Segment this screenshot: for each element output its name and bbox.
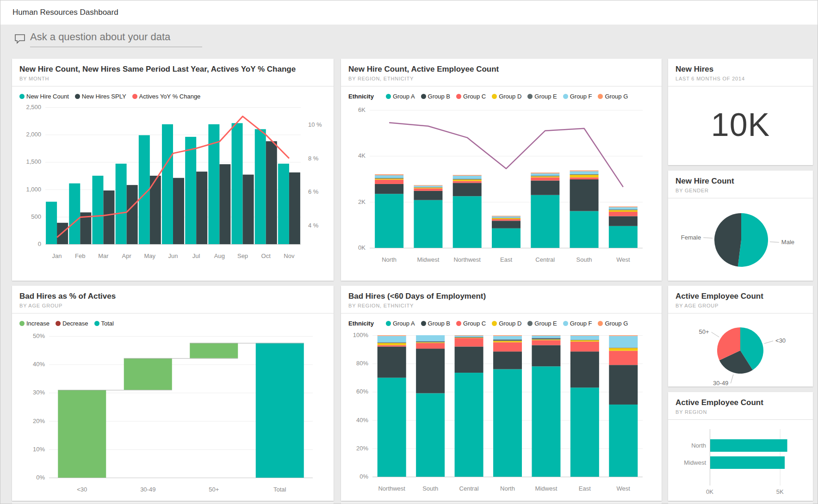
svg-text:<30: <30 (775, 337, 786, 344)
legend-item: Group E (527, 93, 557, 100)
legend-dot (563, 321, 568, 326)
svg-text:Jan: Jan (52, 252, 62, 259)
legend-title: Ethnicity (348, 320, 374, 327)
legend-dot (421, 94, 426, 99)
tile-title: New Hire Count (675, 177, 806, 186)
legend-dot (56, 321, 61, 326)
legend-dot (94, 321, 99, 326)
tile-subtitle: BY REGION, ETHNICITY (348, 76, 654, 81)
svg-text:5K: 5K (776, 488, 784, 495)
svg-text:Northwest: Northwest (378, 485, 405, 492)
legend-item: Group A (386, 320, 415, 327)
legend-item: Group G (598, 93, 628, 100)
svg-text:West: West (616, 256, 630, 263)
legend-item: Increase (19, 320, 50, 327)
legend-dot (386, 321, 391, 326)
tile-subtitle: LAST 6 MONTHS OF 2014 (675, 76, 806, 81)
tile-new-hire-count-by-month[interactable]: New Hire Count, New Hires Same Period La… (12, 59, 334, 281)
qna-input[interactable]: Ask a question about your data (30, 31, 202, 47)
tile-subtitle: BY REGION (675, 409, 806, 415)
svg-text:2K: 2K (358, 198, 366, 205)
combo-chart: 05001,0001,5002,0002,5004 %6 %8 %10 %Jan… (19, 100, 326, 266)
legend-dot (598, 94, 603, 99)
tile-bad-hires-pct-of-actives[interactable]: Bad Hires as % of Actives BY AGE GROUP I… (12, 286, 334, 501)
svg-text:Midwest: Midwest (684, 459, 706, 466)
svg-text:Nov: Nov (284, 252, 295, 259)
svg-text:40%: 40% (356, 417, 368, 424)
qna-bar: Ask a question about your data (14, 31, 202, 47)
svg-text:Sep: Sep (237, 252, 248, 259)
svg-text:Feb: Feb (75, 252, 85, 259)
tile-active-employee-count-by-age[interactable]: Active Employee Count BY AGE GROUP <3030… (668, 286, 813, 387)
legend-item: Group D (492, 93, 521, 100)
legend-dot (563, 94, 568, 99)
legend-item: Group C (456, 320, 486, 327)
legend-item: New Hires SPLY (75, 93, 126, 100)
svg-text:Midwest: Midwest (535, 485, 558, 492)
svg-text:Mar: Mar (98, 252, 109, 259)
gender-pie-chart: MaleFemale (675, 202, 806, 280)
legend-dot (527, 94, 533, 99)
legend-item: Group B (421, 320, 450, 327)
legend-dot (456, 321, 461, 326)
svg-text:30%: 30% (33, 389, 45, 396)
svg-text:Apr: Apr (122, 252, 132, 259)
svg-text:1,000: 1,000 (26, 186, 41, 193)
tile-subtitle: BY MONTH (19, 76, 326, 81)
legend-dot (19, 321, 25, 326)
tile-active-employee-count-by-region[interactable]: Active Employee Count BY REGION 0K5KNort… (668, 392, 813, 501)
svg-text:4 %: 4 % (308, 222, 319, 229)
svg-text:80%: 80% (356, 360, 368, 367)
tile-title: Bad Hires (<60 Days of Employment) (348, 292, 654, 301)
legend-item: Group A (386, 93, 415, 100)
svg-text:Female: Female (681, 234, 701, 241)
svg-text:Central: Central (459, 485, 479, 492)
svg-text:0K: 0K (358, 244, 366, 251)
svg-text:East: East (500, 256, 512, 263)
tile-new-hire-count-by-region-ethnicity[interactable]: New Hire Count, Active Employee Count BY… (341, 59, 662, 281)
svg-text:50+: 50+ (209, 486, 219, 493)
svg-text:30-49: 30-49 (140, 486, 155, 493)
legend-item: New Hire Count (19, 93, 69, 100)
svg-text:30-49: 30-49 (713, 380, 728, 387)
stacked-bar-line-chart: 0K2K4K6KNorthMidwestNorthwestEastCentral… (348, 100, 654, 272)
page-title: Human Resources Dashboard (12, 8, 118, 17)
legend: IncreaseDecreaseTotal (19, 320, 326, 327)
tile-new-hire-count-by-gender[interactable]: New Hire Count BY GENDER MaleFemale (668, 171, 813, 281)
tile-title: New Hire Count, Active Employee Count (348, 65, 654, 74)
legend-dot (456, 94, 461, 99)
legend-dot (386, 94, 391, 99)
legend-item: Group C (456, 93, 486, 100)
svg-text:10 %: 10 % (308, 121, 322, 128)
dashboard-canvas: Human Resources Dashboard Ask a question… (0, 0, 818, 504)
svg-text:500: 500 (31, 213, 41, 220)
svg-text:East: East (579, 485, 591, 492)
svg-text:Midwest: Midwest (417, 256, 440, 263)
legend-item: Group E (527, 320, 557, 327)
svg-text:2,500: 2,500 (26, 104, 41, 111)
tile-title: Active Employee Count (675, 398, 806, 407)
tile-new-hires-kpi[interactable]: New Hires LAST 6 MONTHS OF 2014 10K (668, 59, 813, 165)
svg-text:6 %: 6 % (308, 188, 319, 195)
svg-text:6K: 6K (358, 106, 366, 113)
legend-dot (598, 321, 603, 326)
svg-text:1,500: 1,500 (26, 158, 41, 165)
svg-text:North: North (382, 256, 397, 263)
svg-text:Jun: Jun (168, 252, 178, 259)
kpi-value: 10K (675, 90, 806, 160)
tile-subtitle: BY AGE GROUP (19, 303, 326, 308)
legend-item: Group G (598, 320, 628, 327)
svg-text:Northwest: Northwest (453, 256, 481, 263)
age-pie-chart: <3030-4950+ (675, 317, 806, 387)
tile-title: Bad Hires as % of Actives (19, 292, 326, 301)
svg-text:4K: 4K (358, 152, 366, 159)
tile-subtitle: BY REGION, ETHNICITY (348, 303, 654, 308)
tile-bad-hires-by-region-ethnicity[interactable]: Bad Hires (<60 Days of Employment) BY RE… (341, 286, 662, 501)
legend-item: Total (94, 320, 114, 327)
legend-dot (492, 321, 497, 326)
legend-item: Actives YoY % Change (132, 93, 201, 100)
legend-item: Decrease (56, 320, 88, 327)
svg-text:North: North (691, 442, 706, 449)
legend-title: Ethnicity (348, 93, 374, 100)
legend-item: Group D (492, 320, 521, 327)
